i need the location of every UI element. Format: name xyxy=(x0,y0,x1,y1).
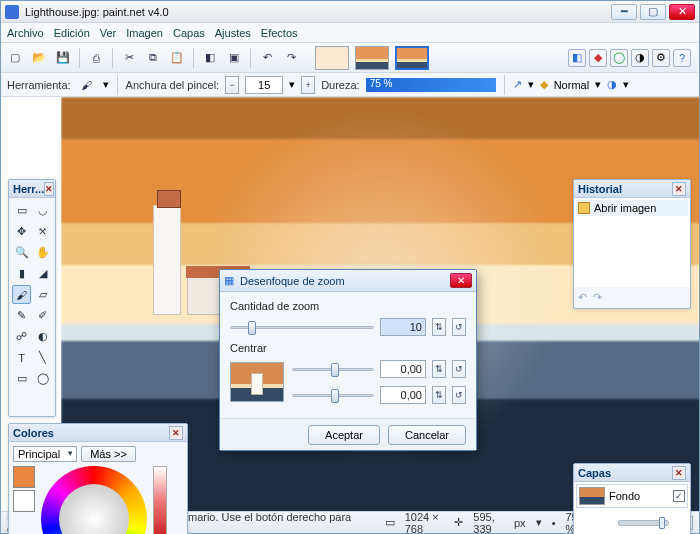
print-button[interactable]: ⎙ xyxy=(86,48,106,68)
tools-panel-title[interactable]: Herr... ✕ xyxy=(9,180,55,198)
quick-colors-btn[interactable]: ◑ xyxy=(631,49,649,67)
help-btn[interactable]: ? xyxy=(673,49,691,67)
layers-panel-title[interactable]: Capas ✕ xyxy=(574,464,690,482)
copy-button[interactable]: ⧉ xyxy=(143,48,163,68)
tool-bucket[interactable]: ▮ xyxy=(12,264,31,283)
brush-width-plus[interactable]: + xyxy=(301,76,315,94)
menu-edicion[interactable]: Edición xyxy=(54,27,90,39)
history-panel-title[interactable]: Historial ✕ xyxy=(574,180,690,198)
tool-brush[interactable]: 🖌 xyxy=(12,285,31,304)
image-thumb-1[interactable] xyxy=(315,46,349,70)
layer-row[interactable]: Fondo ✓ xyxy=(576,484,688,508)
dialog-titlebar[interactable]: ▦ Desenfoque de zoom ✕ xyxy=(220,270,476,292)
settings-btn[interactable]: ⚙ xyxy=(652,49,670,67)
center-x-reset[interactable]: ↺ xyxy=(452,360,466,378)
more-colors-button[interactable]: Más >> xyxy=(81,446,136,462)
save-button[interactable]: 💾 xyxy=(53,48,73,68)
tool-pan[interactable]: ✋ xyxy=(33,243,52,262)
layer-visible-checkbox[interactable]: ✓ xyxy=(673,490,685,502)
tool-zoom[interactable]: 🔍 xyxy=(12,243,31,262)
menu-imagen[interactable]: Imagen xyxy=(126,27,163,39)
amount-value[interactable]: 10 xyxy=(380,318,426,336)
history-item[interactable]: Abrir imagen xyxy=(576,200,688,216)
dialog-close-button[interactable]: ✕ xyxy=(450,273,472,288)
center-x-slider[interactable] xyxy=(292,361,374,377)
deselect-button[interactable]: ▣ xyxy=(224,48,244,68)
unit-label[interactable]: px xyxy=(514,517,526,529)
quick-layers-btn[interactable]: ◯ xyxy=(610,49,628,67)
tool-eraser[interactable]: ▱ xyxy=(33,285,52,304)
color-wheel[interactable] xyxy=(41,466,147,534)
new-button[interactable]: ▢ xyxy=(5,48,25,68)
center-y-reset[interactable]: ↺ xyxy=(452,386,466,404)
alpha-icon[interactable]: ◑ xyxy=(607,78,617,91)
menu-efectos[interactable]: Efectos xyxy=(261,27,298,39)
history-panel-close[interactable]: ✕ xyxy=(672,182,686,196)
open-button[interactable]: 📂 xyxy=(29,48,49,68)
brush-width-value[interactable]: 15 xyxy=(245,76,283,94)
quick-history-btn[interactable]: ◆ xyxy=(589,49,607,67)
blend-dropdown-icon[interactable]: ▾ xyxy=(595,78,601,91)
tool-move-sel[interactable]: ⤧ xyxy=(33,222,52,241)
brush-width-minus[interactable]: − xyxy=(225,76,239,94)
tool-lasso[interactable]: ◡ xyxy=(33,201,52,220)
center-y-slider[interactable] xyxy=(292,387,374,403)
colors-panel-close[interactable]: ✕ xyxy=(169,426,183,440)
amount-reset[interactable]: ↺ xyxy=(452,318,466,336)
primary-color-swatch[interactable] xyxy=(13,466,35,488)
current-tool-icon[interactable]: 🖌 xyxy=(77,75,97,95)
zoom-slider[interactable] xyxy=(618,520,669,526)
center-y-stepper[interactable]: ⇅ xyxy=(432,386,446,404)
tool-line[interactable]: ╲ xyxy=(33,348,52,367)
quick-tools-btn[interactable]: ◧ xyxy=(568,49,586,67)
undo-button[interactable]: ↶ xyxy=(257,48,277,68)
antialias-dropdown-icon[interactable]: ▾ xyxy=(528,78,534,91)
cancel-button[interactable]: Cancelar xyxy=(388,425,466,445)
brush-width-dropdown-icon[interactable]: ▾ xyxy=(289,78,295,91)
value-slider[interactable] xyxy=(153,466,167,534)
tool-gradient[interactable]: ◢ xyxy=(33,264,52,283)
tool-rect-select[interactable]: ▭ xyxy=(12,201,31,220)
center-y-value[interactable]: 0,00 xyxy=(380,386,426,404)
tool-move[interactable]: ✥ xyxy=(12,222,31,241)
minimize-button[interactable]: ━ xyxy=(611,4,637,20)
redo-button[interactable]: ↷ xyxy=(281,48,301,68)
tool-dropdown-icon[interactable]: ▾ xyxy=(103,78,109,91)
menu-ver[interactable]: Ver xyxy=(100,27,117,39)
history-undo-icon[interactable]: ↶ xyxy=(578,291,587,304)
tool-pencil[interactable]: ✎ xyxy=(12,306,31,325)
layers-panel-close[interactable]: ✕ xyxy=(672,466,686,480)
hardness-slider[interactable]: 75 % xyxy=(366,78,496,92)
center-preview[interactable] xyxy=(230,362,284,402)
secondary-color-swatch[interactable] xyxy=(13,490,35,512)
center-x-stepper[interactable]: ⇅ xyxy=(432,360,446,378)
menu-ajustes[interactable]: Ajustes xyxy=(215,27,251,39)
antialias-icon[interactable]: ↗ xyxy=(513,78,522,91)
amount-stepper[interactable]: ⇅ xyxy=(432,318,446,336)
menu-archivo[interactable]: Archivo xyxy=(7,27,44,39)
tool-recolor[interactable]: ◐ xyxy=(33,327,52,346)
maximize-button[interactable]: ▢ xyxy=(640,4,666,20)
alpha-dropdown-icon[interactable]: ▾ xyxy=(623,78,629,91)
image-thumb-2[interactable] xyxy=(355,46,389,70)
tool-picker[interactable]: ✐ xyxy=(33,306,52,325)
ok-button[interactable]: Aceptar xyxy=(308,425,380,445)
close-button[interactable]: ✕ xyxy=(669,4,695,20)
tool-clone[interactable]: ☍ xyxy=(12,327,31,346)
tool-ellipse[interactable]: ◯ xyxy=(33,369,52,388)
color-mode-select[interactable]: Principal xyxy=(13,446,77,462)
colors-panel-title[interactable]: Colores ✕ xyxy=(9,424,187,442)
tool-text[interactable]: T xyxy=(12,348,31,367)
center-x-value[interactable]: 0,00 xyxy=(380,360,426,378)
tool-rect[interactable]: ▭ xyxy=(12,369,31,388)
cut-button[interactable]: ✂ xyxy=(119,48,139,68)
crop-button[interactable]: ◧ xyxy=(200,48,220,68)
blend-mode[interactable]: Normal xyxy=(554,79,589,91)
unit-dropdown-icon[interactable]: ▾ xyxy=(536,516,542,529)
amount-slider[interactable] xyxy=(230,319,374,335)
paste-button[interactable]: 📋 xyxy=(167,48,187,68)
history-redo-icon[interactable]: ↷ xyxy=(593,291,602,304)
tools-panel-close[interactable]: ✕ xyxy=(44,182,54,196)
menu-capas[interactable]: Capas xyxy=(173,27,205,39)
image-thumb-3-active[interactable] xyxy=(395,46,429,70)
